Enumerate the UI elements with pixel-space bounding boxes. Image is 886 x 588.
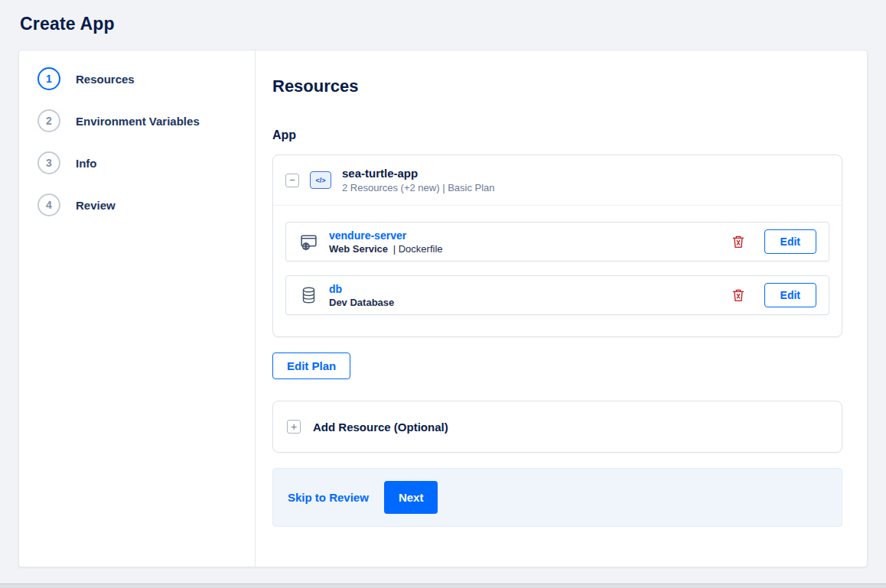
footer-bar: Skip to Review Next — [272, 468, 842, 527]
step-number-1: 1 — [37, 67, 60, 90]
resource-text: db Dev Database — [329, 283, 396, 308]
stepper-step-info[interactable]: 3 Info — [37, 151, 255, 174]
resource-actions: Edit — [732, 283, 816, 307]
collapse-icon[interactable]: − — [285, 174, 299, 187]
step-label-review: Review — [76, 199, 116, 212]
resources-panel: Resources App − </> sea-turtle-app 2 Res… — [256, 50, 867, 567]
database-icon — [298, 286, 318, 304]
app-code-icon: </> — [310, 171, 331, 189]
resource-detail: | Dockerfile — [393, 243, 443, 255]
edit-plan-button[interactable]: Edit Plan — [272, 352, 350, 379]
next-button[interactable]: Next — [384, 481, 438, 514]
app-summary: 2 Resources (+2 new) | Basic Plan — [342, 182, 495, 193]
step-label-info: Info — [76, 157, 97, 170]
app-name: sea-turtle-app — [342, 167, 495, 180]
resource-link-vendure-server[interactable]: vendure-server — [329, 229, 443, 242]
app-card: − </> sea-turtle-app 2 Resources (+2 new… — [272, 154, 842, 337]
edit-resource-button[interactable]: Edit — [764, 229, 816, 254]
skip-to-review-link[interactable]: Skip to Review — [288, 491, 369, 504]
stepper: 1 Resources 2 Environment Variables 3 In… — [19, 50, 256, 567]
resource-type: Web Service — [329, 243, 388, 255]
step-label-environment-variables: Environment Variables — [76, 115, 200, 128]
step-label-resources: Resources — [76, 73, 135, 86]
app-section-label: App — [272, 128, 842, 142]
app-titles: sea-turtle-app 2 Resources (+2 new) | Ba… — [342, 167, 495, 193]
step-number-4: 4 — [37, 193, 60, 216]
resource-link-db[interactable]: db — [329, 283, 396, 295]
resource-row-vendure-server: vendure-server Web Service | Dockerfile — [285, 222, 829, 262]
create-app-card: 1 Resources 2 Environment Variables 3 In… — [18, 50, 868, 567]
page-title: Create App — [20, 14, 868, 34]
web-service-icon — [298, 232, 318, 252]
resource-rows: vendure-server Web Service | Dockerfile — [273, 206, 842, 315]
create-app-page: Create App 1 Resources 2 Environment Var… — [0, 0, 886, 567]
resources-heading: Resources — [272, 76, 842, 96]
edit-resource-button[interactable]: Edit — [764, 283, 816, 307]
app-card-header: − </> sea-turtle-app 2 Resources (+2 new… — [273, 155, 842, 206]
resource-actions: Edit — [732, 229, 816, 254]
add-resource-card[interactable]: + Add Resource (Optional) — [272, 401, 842, 453]
step-number-3: 3 — [37, 151, 60, 174]
plus-icon: + — [287, 420, 301, 434]
add-resource-label: Add Resource (Optional) — [313, 421, 448, 434]
stepper-step-resources[interactable]: 1 Resources — [37, 67, 255, 90]
stepper-step-review[interactable]: 4 Review — [37, 193, 255, 216]
resource-subtitle: Web Service | Dockerfile — [329, 243, 443, 255]
delete-resource-button[interactable] — [732, 235, 744, 249]
stepper-step-environment-variables[interactable]: 2 Environment Variables — [37, 109, 255, 132]
bottom-divider — [0, 583, 886, 588]
resource-row-db: db Dev Database — [285, 275, 829, 315]
step-number-2: 2 — [37, 109, 60, 132]
delete-resource-button[interactable] — [732, 288, 744, 302]
resource-subtitle: Dev Database — [329, 297, 396, 308]
resource-text: vendure-server Web Service | Dockerfile — [329, 229, 443, 255]
resource-type: Dev Database — [329, 297, 394, 308]
